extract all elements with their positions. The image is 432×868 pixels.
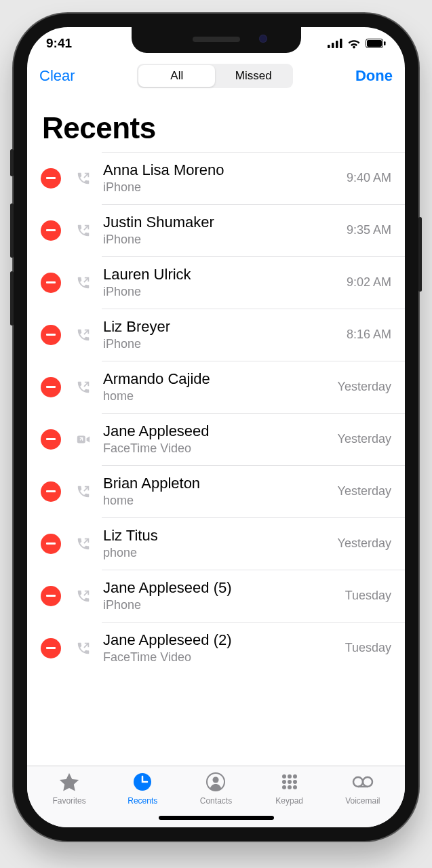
call-name: Armando Cajide xyxy=(103,370,330,388)
call-time: Tuesday xyxy=(345,641,391,655)
call-subtitle: home xyxy=(103,494,330,508)
call-subtitle: iPhone xyxy=(103,285,338,299)
battery-icon xyxy=(366,39,386,48)
call-subtitle: FaceTime Video xyxy=(103,441,330,456)
delete-button[interactable] xyxy=(41,377,61,397)
delete-button[interactable] xyxy=(41,273,61,293)
phone-outgoing-icon xyxy=(73,380,94,395)
segment-missed[interactable]: Missed xyxy=(215,65,292,87)
phone-outgoing-icon xyxy=(73,641,94,656)
delete-button[interactable] xyxy=(41,429,61,450)
tab-voicemail[interactable]: Voicemail xyxy=(326,772,399,806)
phone-outgoing-icon xyxy=(73,171,94,186)
call-time: 9:40 AM xyxy=(347,171,391,185)
svg-point-17 xyxy=(282,785,286,789)
segment-all[interactable]: All xyxy=(138,65,215,87)
call-info: Anna Lisa MorenoiPhone xyxy=(103,161,338,195)
call-info: Jane Appleseed (5)iPhone xyxy=(103,579,337,612)
recents-filter-segment[interactable]: All Missed xyxy=(137,64,293,88)
facetime-outgoing-icon xyxy=(73,432,94,447)
call-row[interactable]: Armando CajidehomeYesterday xyxy=(27,361,405,413)
call-subtitle: iPhone xyxy=(103,233,338,247)
call-subtitle: phone xyxy=(103,546,330,560)
screen: 9:41 Clear All Missed Done Rece xyxy=(27,27,405,827)
call-time: 9:02 AM xyxy=(347,275,391,290)
call-time: Tuesday xyxy=(345,589,391,603)
svg-point-21 xyxy=(363,777,372,787)
tab-recents[interactable]: Recents xyxy=(106,772,179,806)
svg-point-10 xyxy=(213,777,219,783)
contact-icon xyxy=(204,772,227,795)
call-name: Jane Appleseed (5) xyxy=(103,579,337,597)
star-icon xyxy=(58,772,81,795)
svg-point-19 xyxy=(293,785,297,789)
clock-icon xyxy=(131,772,154,795)
wifi-icon xyxy=(347,38,361,49)
tab-contacts[interactable]: Contacts xyxy=(179,772,252,806)
delete-button[interactable] xyxy=(41,534,61,554)
call-subtitle: iPhone xyxy=(103,337,338,351)
call-row[interactable]: Jane Appleseed (5)iPhoneTuesday xyxy=(27,570,405,622)
tab-keypad[interactable]: Keypad xyxy=(253,772,326,806)
call-name: Jane Appleseed (2) xyxy=(103,631,337,649)
voicemail-icon xyxy=(351,772,374,795)
mute-switch xyxy=(10,149,14,176)
call-name: Anna Lisa Moreno xyxy=(103,161,338,179)
call-row[interactable]: Anna Lisa MorenoiPhone9:40 AM xyxy=(27,152,405,204)
tab-bar: Favorites Recents Contacts Keypad xyxy=(27,766,405,808)
clear-button[interactable]: Clear xyxy=(39,67,75,85)
call-row[interactable]: Lauren UlrickiPhone9:02 AM xyxy=(27,256,405,309)
svg-rect-0 xyxy=(328,45,330,48)
status-time: 9:41 xyxy=(46,36,72,51)
svg-rect-5 xyxy=(367,40,382,47)
notch xyxy=(132,27,301,53)
call-row[interactable]: Liz TitusphoneYesterday xyxy=(27,517,405,570)
done-button[interactable]: Done xyxy=(355,67,393,85)
keypad-icon xyxy=(278,772,301,795)
side-button xyxy=(418,217,422,292)
recents-list[interactable]: Anna Lisa MorenoiPhone9:40 AMJustin Shum… xyxy=(27,152,405,766)
svg-rect-6 xyxy=(384,41,386,45)
call-time: Yesterday xyxy=(338,432,391,446)
nav-bar: Clear All Missed Done xyxy=(27,60,405,95)
delete-button[interactable] xyxy=(41,325,61,345)
phone-outgoing-icon xyxy=(73,223,94,238)
svg-point-16 xyxy=(293,780,297,784)
call-info: Brian Appletonhome xyxy=(103,475,330,508)
call-row[interactable]: Brian AppletonhomeYesterday xyxy=(27,465,405,517)
delete-button[interactable] xyxy=(41,586,61,606)
status-icons xyxy=(328,38,386,49)
phone-outgoing-icon xyxy=(73,484,94,499)
call-row[interactable]: Jane Appleseed (2)FaceTime VideoTuesday xyxy=(27,622,405,674)
tab-favorites[interactable]: Favorites xyxy=(33,772,106,806)
call-time: 8:16 AM xyxy=(347,328,391,342)
phone-outgoing-icon xyxy=(73,328,94,342)
tab-label: Contacts xyxy=(200,796,232,806)
call-time: 9:35 AM xyxy=(347,223,391,237)
svg-point-15 xyxy=(288,780,292,784)
call-row[interactable]: Liz BreyeriPhone8:16 AM xyxy=(27,309,405,361)
delete-button[interactable] xyxy=(41,481,61,502)
tab-label: Favorites xyxy=(52,796,85,806)
svg-point-18 xyxy=(288,785,292,789)
tab-label: Keypad xyxy=(275,796,303,806)
svg-point-13 xyxy=(293,774,297,778)
delete-button[interactable] xyxy=(41,220,61,241)
page-title: Recents xyxy=(27,95,405,152)
call-info: Justin ShumakeriPhone xyxy=(103,214,338,247)
cellular-signal-icon xyxy=(328,39,342,48)
call-row[interactable]: Jane AppleseedFaceTime VideoYesterday xyxy=(27,413,405,465)
device-frame: 9:41 Clear All Missed Done Rece xyxy=(14,14,418,841)
call-row[interactable]: Justin ShumakeriPhone9:35 AM xyxy=(27,204,405,256)
volume-up xyxy=(10,203,14,258)
call-info: Lauren UlrickiPhone xyxy=(103,266,338,299)
delete-button[interactable] xyxy=(41,638,61,658)
home-indicator[interactable] xyxy=(27,808,405,827)
call-name: Brian Appleton xyxy=(103,475,330,492)
svg-point-20 xyxy=(353,777,363,787)
delete-button[interactable] xyxy=(41,168,61,189)
svg-point-12 xyxy=(288,774,292,778)
call-subtitle: iPhone xyxy=(103,598,337,612)
phone-outgoing-icon xyxy=(73,589,94,604)
call-subtitle: home xyxy=(103,389,330,403)
